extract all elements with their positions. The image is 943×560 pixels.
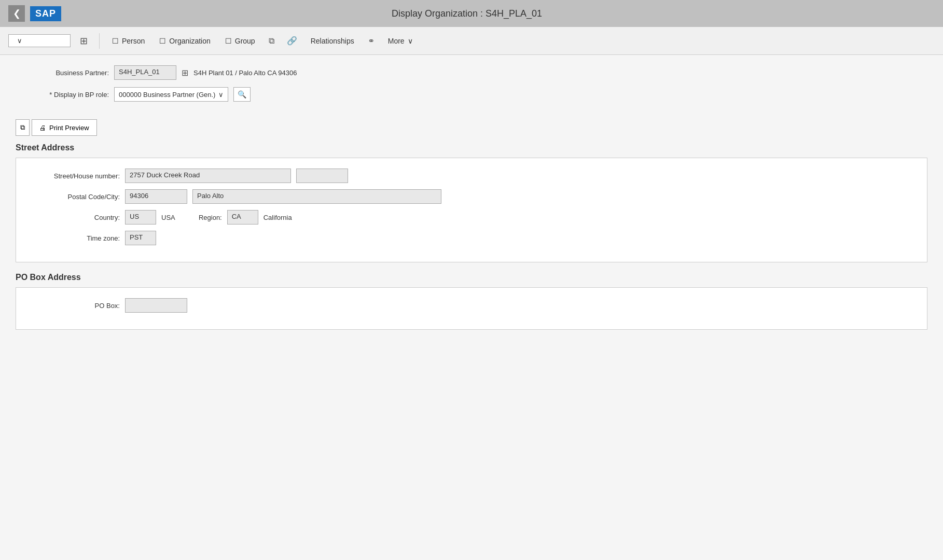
print-preview-label: Print Preview — [49, 124, 89, 132]
country-label: Country: — [26, 214, 120, 221]
expand-icon: ⧉ — [20, 123, 25, 132]
person-menu-item[interactable]: ☐ Person — [108, 35, 149, 47]
country-code-input[interactable]: US — [125, 210, 156, 225]
street-address-card: Street/House number: 2757 Duck Creek Roa… — [16, 158, 927, 262]
postal-code-input[interactable]: 94306 — [125, 189, 187, 204]
grid-icon-button[interactable]: ⊞ — [77, 33, 91, 49]
region-code-input[interactable]: CA — [227, 210, 258, 225]
more-chevron-icon: ∨ — [408, 37, 413, 45]
bp-role-value: 000000 Business Partner (Gen.) — [119, 91, 215, 99]
relationships-icon: ⚭ — [368, 36, 375, 46]
printer-icon: 🖨 — [39, 124, 46, 132]
relationships-menu-item[interactable]: Relationships — [307, 35, 358, 47]
organization-menu-item[interactable]: ☐ Organization — [155, 35, 214, 47]
bp-role-label: * Display in BP role: — [16, 91, 109, 99]
copy-icon-button[interactable]: ⧉ — [266, 34, 278, 48]
po-box-label: PO Box: — [26, 302, 120, 310]
bp-role-chevron-icon: ∨ — [218, 91, 224, 99]
city-input[interactable]: Palo Alto — [192, 189, 441, 204]
business-partner-description: S4H Plant 01 / Palo Alto CA 94306 — [193, 69, 297, 77]
bp-role-row: * Display in BP role: 000000 Business Pa… — [16, 87, 927, 102]
po-box-address-title: PO Box Address — [16, 273, 927, 282]
toolbar-divider-1 — [99, 33, 100, 49]
country-name: USA — [161, 214, 175, 221]
group-label: Group — [235, 37, 255, 45]
street-address-title: Street Address — [16, 143, 927, 152]
copy-icon: ⧉ — [269, 36, 274, 46]
po-box-address-card: PO Box: — [16, 287, 927, 330]
title-bar: ❮ SAP Display Organization : S4H_PLA_01 — [0, 0, 943, 27]
street-house-extra-input[interactable] — [296, 169, 348, 183]
po-box-input[interactable] — [125, 298, 187, 313]
search-icon: 🔍 — [238, 90, 246, 99]
postal-city-label: Postal Code/City: — [26, 193, 120, 201]
street-house-label: Street/House number: — [26, 172, 120, 180]
relationships-icon-button[interactable]: ⚭ — [365, 34, 378, 48]
more-menu-item[interactable]: More ∨ — [384, 35, 417, 47]
business-partner-label: Business Partner: — [16, 69, 109, 77]
group-icon: ☐ — [225, 37, 232, 45]
timezone-label: Time zone: — [26, 234, 120, 242]
group-menu-item[interactable]: ☐ Group — [221, 35, 259, 47]
person-icon: ☐ — [112, 37, 119, 45]
print-preview-button[interactable]: 🖨 Print Preview — [32, 119, 97, 136]
main-content: Business Partner: S4H_PLA_01 ⊞ S4H Plant… — [0, 55, 943, 560]
bp-role-search-button[interactable]: 🔍 — [233, 87, 251, 102]
business-partner-row: Business Partner: S4H_PLA_01 ⊞ S4H Plant… — [16, 65, 927, 80]
street-house-row: Street/House number: 2757 Duck Creek Roa… — [26, 169, 917, 183]
timezone-input[interactable]: PST — [125, 231, 156, 245]
business-partner-id: S4H_PLA_01 — [114, 65, 176, 80]
street-house-input[interactable]: 2757 Duck Creek Road — [125, 169, 291, 183]
more-label: More — [388, 37, 405, 45]
sap-logo: SAP — [30, 6, 61, 21]
bp-info-icon[interactable]: ⊞ — [182, 68, 188, 78]
country-row: Country: US USA Region: CA California — [26, 210, 917, 225]
toolbar: ∨ ⊞ ☐ Person ☐ Organization ☐ Group ⧉ 🔗 … — [0, 27, 943, 55]
toolbar-select[interactable]: ∨ — [8, 34, 71, 47]
timezone-row: Time zone: PST — [26, 231, 917, 245]
back-button[interactable]: ❮ — [8, 5, 25, 22]
bp-role-select[interactable]: 000000 Business Partner (Gen.) ∨ — [114, 87, 228, 102]
po-box-row: PO Box: — [26, 298, 917, 313]
expand-button[interactable]: ⧉ — [16, 119, 30, 136]
postal-city-row: Postal Code/City: 94306 Palo Alto — [26, 189, 917, 204]
person-label: Person — [122, 37, 145, 45]
page-title: Display Organization : S4H_PLA_01 — [61, 8, 872, 19]
link-icon: 🔗 — [287, 36, 297, 46]
region-name: California — [264, 214, 292, 221]
toolbar-select-chevron: ∨ — [17, 37, 22, 45]
action-buttons-row: ⧉ 🖨 Print Preview — [16, 119, 927, 136]
link-icon-button[interactable]: 🔗 — [284, 34, 300, 48]
organization-icon: ☐ — [159, 37, 166, 45]
relationships-label: Relationships — [311, 37, 354, 45]
grid-icon: ⊞ — [80, 35, 88, 47]
organization-label: Organization — [169, 37, 210, 45]
region-label: Region: — [181, 214, 222, 221]
back-icon: ❮ — [13, 8, 21, 19]
